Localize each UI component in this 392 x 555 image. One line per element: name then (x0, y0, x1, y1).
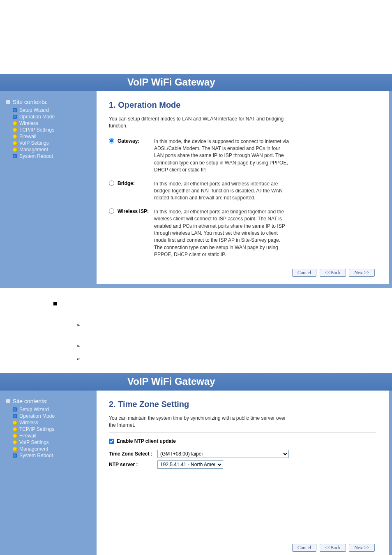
back-button[interactable]: <<Back (320, 269, 346, 277)
tz-label: Time Zone Select : (109, 451, 154, 457)
sidebar-item-setup-wizard[interactable]: Setup Wizard (6, 107, 92, 113)
radio-bridge[interactable] (109, 180, 114, 186)
sidebar-item-firewall[interactable]: Firewall (6, 432, 92, 439)
radio-wireless-isp[interactable] (109, 208, 114, 214)
gateway-panel-2: VoIP WiFi Gateway Site contents: Setup W… (0, 373, 392, 555)
folder-icon (13, 440, 17, 444)
desc-bridge: In this mode, all ethernet ports and wir… (154, 180, 290, 202)
enable-ntp-row: Enable NTP client update (109, 438, 376, 444)
desc-gateway: In this mode, the device is supposed to … (154, 138, 290, 174)
folder-icon (13, 141, 17, 145)
desc-wireless-isp: In this mode, all ethernet ports are bri… (154, 208, 290, 259)
sidebar-item-firewall[interactable]: Firewall (6, 133, 92, 140)
sidebar-title: Site contents: (6, 398, 92, 405)
folder-icon (13, 148, 17, 152)
cancel-button[interactable]: Cancel (292, 269, 316, 277)
sidebar-item-voip[interactable]: VoIP Settings (6, 140, 92, 146)
sidebar-title: Site contents: (6, 99, 92, 105)
sidebar-item-management[interactable]: Management (6, 146, 92, 153)
enable-ntp-label: Enable NTP client update (117, 438, 176, 444)
page-title: 1. Operation Mode (109, 100, 376, 110)
arrow-bullet-3 (53, 352, 392, 365)
sidebar: Site contents: Setup Wizard Operation Mo… (0, 391, 97, 555)
folder-icon (13, 434, 17, 438)
page-icon (13, 407, 17, 412)
folder-icon (13, 134, 17, 139)
folder-icon (13, 128, 17, 132)
timezone-select[interactable]: (GMT+08:00)Taipei (157, 450, 289, 458)
folder-icon (13, 447, 17, 451)
banner: VoIP WiFi Gateway (0, 74, 392, 91)
option-bridge: Bridge: In this mode, all ethernet ports… (109, 180, 376, 202)
page-icon (13, 453, 17, 458)
option-gateway: Gateway: In this mode, the device is sup… (109, 138, 376, 174)
page-icon (13, 108, 17, 112)
back-button[interactable]: <<Back (320, 544, 346, 552)
cancel-button[interactable]: Cancel (292, 544, 316, 552)
tree-icon (6, 100, 10, 104)
sidebar-item-management[interactable]: Management (6, 446, 92, 452)
gateway-panel-1: VoIP WiFi Gateway Site contents: Setup W… (0, 74, 392, 288)
sidebar-item-setup-wizard[interactable]: Setup Wizard (6, 406, 92, 413)
folder-icon (13, 121, 17, 125)
timezone-row: Time Zone Select : (GMT+08:00)Taipei (109, 450, 376, 458)
ntp-row: NTP server : 192.5.41.41 - North America (109, 460, 376, 469)
radio-gateway[interactable] (109, 138, 114, 143)
sidebar-item-wireless[interactable]: Wireless (6, 419, 92, 426)
page-desc: You can maintain the system time by sync… (109, 415, 290, 429)
page-title: 2. Time Zone Setting (109, 400, 376, 409)
ntp-server-select[interactable]: 192.5.41.41 - North America (157, 460, 223, 469)
sidebar-item-voip[interactable]: VoIP Settings (6, 439, 92, 446)
folder-icon (13, 427, 17, 431)
content-timezone: 2. Time Zone Setting You can maintain th… (97, 391, 389, 555)
bullet-section (0, 288, 392, 373)
next-button[interactable]: Next>> (349, 544, 375, 552)
folder-icon (13, 421, 17, 425)
sidebar-item-reboot[interactable]: System Reboot (6, 153, 92, 160)
arrow-bullet-2 (53, 340, 392, 352)
page-icon (13, 414, 17, 418)
arrow-bullet-1 (53, 319, 392, 331)
square-bullet-icon (53, 302, 57, 305)
ntp-label: NTP server : (109, 462, 154, 467)
sidebar: Site contents: Setup Wizard Operation Mo… (0, 91, 97, 288)
banner: VoIP WiFi Gateway (0, 373, 392, 391)
next-button[interactable]: Next>> (349, 269, 375, 277)
page-desc: You can setup different modes to LAN and… (109, 116, 290, 130)
sidebar-item-tcpip[interactable]: TCP/IP Settings (6, 426, 92, 432)
content-operation-mode: 1. Operation Mode You can setup differen… (97, 91, 389, 284)
enable-ntp-checkbox[interactable] (109, 439, 114, 444)
sidebar-item-reboot[interactable]: System Reboot (6, 452, 92, 459)
page-icon (13, 154, 17, 158)
page-icon (13, 115, 17, 119)
button-row: Cancel <<Back Next>> (291, 540, 376, 552)
option-wireless-isp: Wireless ISP: In this mode, all ethernet… (109, 208, 376, 259)
tree-icon (6, 399, 10, 403)
sidebar-item-tcpip[interactable]: TCP/IP Settings (6, 127, 92, 133)
button-row: Cancel <<Back Next>> (109, 265, 376, 277)
sidebar-item-operation-mode[interactable]: Operation Mode (6, 413, 92, 419)
sidebar-item-wireless[interactable]: Wireless (6, 120, 92, 127)
sidebar-item-operation-mode[interactable]: Operation Mode (6, 113, 92, 120)
